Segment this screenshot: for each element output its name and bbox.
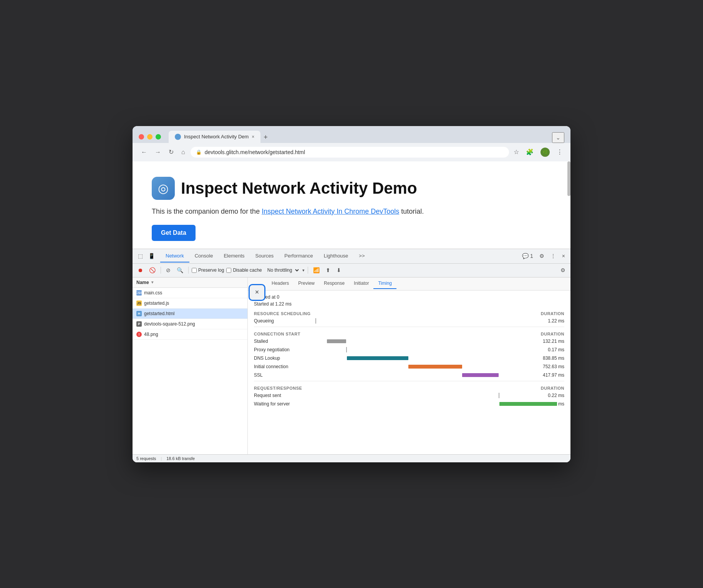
close-window-button[interactable]	[139, 134, 144, 140]
timing-duration: 0.22 ms	[534, 393, 564, 398]
address-input[interactable]: 🔒 devtools.glitch.me/network/getstarted.…	[191, 147, 509, 158]
timing-row-stalled: Stalled 132.21 ms	[254, 339, 564, 344]
inspect-element-button[interactable]: ⬚	[136, 251, 145, 261]
file-name: getstarted.js	[144, 301, 169, 306]
status-bar: 5 requests | 18.6 kB transfe	[133, 454, 570, 462]
timing-content: Queued at 0 Started at 1.22 ms Resource …	[248, 291, 570, 414]
page-description: This is the companion demo for the Inspe…	[152, 208, 551, 216]
close-detail-button[interactable]: ×	[249, 284, 265, 301]
tab-more[interactable]: >>	[353, 250, 370, 262]
file-item-devtools-png[interactable]: P devtools-square-512.png	[133, 319, 247, 329]
user-avatar-button[interactable]: 🌿	[539, 146, 551, 158]
tab-close-button[interactable]: ×	[252, 134, 254, 140]
timing-label: Waiting for server	[254, 401, 315, 407]
tab-performance[interactable]: Performance	[279, 250, 318, 262]
duration-header-3: DURATION	[541, 386, 564, 390]
timing-row-waiting: Waiting for server 912.77 ms	[254, 401, 564, 407]
timing-duration: 0.17 ms	[534, 347, 564, 352]
tab-elements[interactable]: Elements	[218, 250, 250, 262]
page-title: Inspect Network Activity Demo	[181, 179, 417, 198]
duration-header-1: DURATION	[541, 311, 564, 316]
tab-response[interactable]: Response	[319, 278, 349, 289]
requests-count: 5 requests	[136, 456, 156, 461]
tab-network[interactable]: Network	[160, 250, 189, 262]
tab-timing[interactable]: Timing	[373, 278, 396, 289]
tab-initiator[interactable]: Initiator	[349, 278, 373, 289]
tab-sources[interactable]: Sources	[250, 250, 279, 262]
minimize-window-button[interactable]	[147, 134, 153, 140]
device-toolbar-button[interactable]: 📱	[146, 251, 157, 261]
search-button[interactable]: 🔍	[175, 266, 185, 274]
timing-bar-area	[315, 393, 534, 398]
get-data-button[interactable]: Get Data	[152, 225, 196, 241]
section-divider-2	[254, 381, 564, 381]
chrome-menu-button[interactable]: ⋮	[555, 147, 564, 157]
title-bar: Inspect Network Activity Dem × + ⌄	[133, 126, 570, 143]
forward-button[interactable]: →	[153, 147, 163, 157]
tab-preview[interactable]: Preview	[293, 278, 319, 289]
tab-console[interactable]: Console	[189, 250, 219, 262]
duration-header-2: DURATION	[541, 332, 564, 336]
tab-lighthouse[interactable]: Lighthouse	[318, 250, 354, 262]
page-logo: ◎	[152, 177, 175, 200]
devtools-panel: ⬚ 📱 Network Console Elements Sources Per…	[133, 249, 570, 462]
back-button[interactable]: ←	[139, 147, 149, 157]
file-item-main-css[interactable]: CSS main.css	[133, 288, 247, 298]
tab-title: Inspect Network Activity Dem	[184, 134, 249, 140]
download-button[interactable]: ⬇	[335, 266, 343, 274]
toolbar-separator-1	[161, 267, 161, 274]
filter-button[interactable]: ⊘	[164, 266, 172, 274]
file-list: Name ▼ CSS main.css JS getstarted.js H g…	[133, 277, 248, 454]
timing-label: Request sent	[254, 393, 315, 398]
devtools-close-button[interactable]: ×	[560, 251, 567, 261]
maximize-window-button[interactable]	[156, 134, 161, 140]
section-divider-1	[254, 327, 564, 327]
file-item-getstarted-js[interactable]: JS getstarted.js	[133, 298, 247, 309]
clear-button[interactable]: 🚫	[147, 266, 158, 274]
page-link[interactable]: Inspect Network Activity In Chrome DevTo…	[262, 208, 399, 215]
disable-cache-checkbox[interactable]: Disable cache	[226, 267, 262, 273]
home-button[interactable]: ⌂	[179, 147, 187, 157]
devtools-more-button[interactable]: ⋮	[548, 251, 558, 261]
timing-bar-area	[315, 347, 534, 352]
html-file-icon: H	[136, 311, 142, 316]
throttle-select[interactable]: No throttling	[264, 266, 300, 274]
refresh-button[interactable]: ↻	[166, 147, 176, 157]
upload-button[interactable]: ⬆	[324, 266, 332, 274]
file-item-getstarted-html[interactable]: H getstarted.html	[133, 309, 247, 319]
tabs-bar: Inspect Network Activity Dem × + ⌄	[169, 131, 564, 143]
tab-dropdown-button[interactable]: ⌄	[552, 132, 564, 143]
timing-bar-area	[315, 318, 534, 324]
timing-row-queueing: Queueing 1.22 ms	[254, 318, 564, 324]
close-x-icon: ×	[255, 288, 259, 296]
timing-row-ssl: SSL 417.97 ms	[254, 372, 564, 378]
logo-icon: ◎	[158, 181, 169, 196]
preserve-log-checkbox[interactable]: Preserve log	[192, 267, 224, 273]
resource-scheduling-header: Resource Scheduling DURATION	[254, 311, 564, 316]
record-button[interactable]: ⏺	[136, 266, 145, 274]
description-prefix: This is the companion demo for the	[152, 208, 262, 215]
file-item-48-png[interactable]: ! 48.png	[133, 329, 247, 340]
description-suffix: tutorial.	[401, 208, 424, 215]
timing-label: Proxy negotiation	[254, 347, 315, 352]
page-scrollbar-thumb[interactable]	[567, 161, 570, 196]
devtools-settings-button[interactable]: ⚙	[537, 251, 547, 261]
timing-label: Queueing	[254, 318, 315, 324]
css-file-icon: CSS	[136, 290, 142, 296]
page-wrapper: ◎ Inspect Network Activity Demo This is …	[133, 161, 570, 249]
stalled-bar	[327, 339, 346, 343]
request-response-header: Request/Response DURATION	[254, 386, 564, 390]
tab-headers[interactable]: Headers	[267, 278, 293, 289]
address-bar: ← → ↻ ⌂ 🔒 devtools.glitch.me/network/get…	[133, 143, 570, 161]
resource-scheduling-section: Resource Scheduling DURATION Queueing 1.…	[254, 311, 564, 324]
extensions-button[interactable]: 🧩	[524, 147, 535, 157]
devtools-chat-button[interactable]: 💬 1	[520, 251, 536, 261]
bookmark-button[interactable]: ☆	[512, 147, 521, 157]
wifi-button[interactable]: 📶	[311, 266, 322, 274]
timing-duration: 132.21 ms	[534, 339, 564, 344]
network-settings-button[interactable]: ⚙	[559, 266, 567, 274]
new-tab-button[interactable]: +	[260, 132, 271, 143]
connection-start-header: Connection Start DURATION	[254, 332, 564, 336]
browser-tab-active[interactable]: Inspect Network Activity Dem ×	[169, 131, 260, 143]
tab-favicon	[175, 134, 181, 140]
